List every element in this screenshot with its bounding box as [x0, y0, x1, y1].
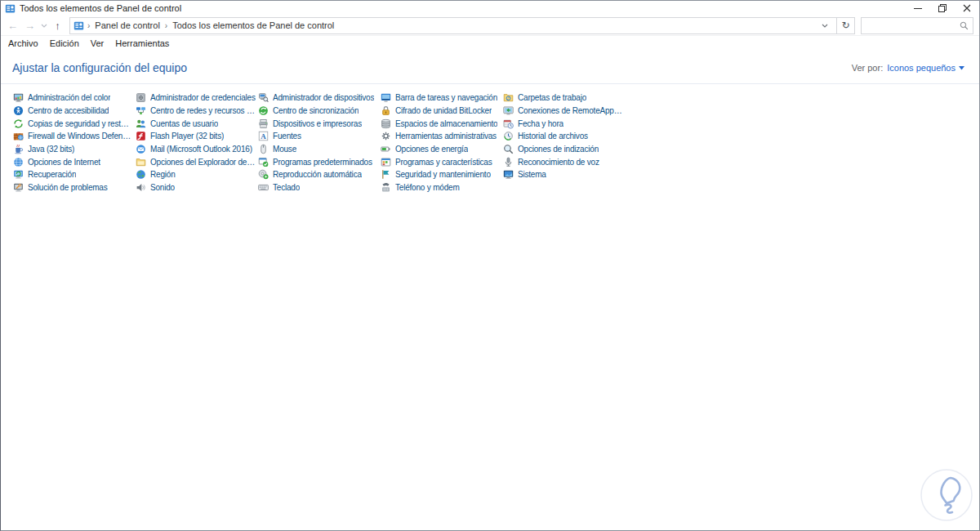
search-input[interactable]	[865, 20, 960, 30]
items-column: Administrador de dispositivosCentro de s…	[257, 91, 380, 194]
region-icon	[135, 169, 146, 181]
devices-printers-icon	[257, 118, 269, 129]
control-panel-item[interactable]: Administración del color	[12, 91, 135, 105]
file-history-icon	[502, 131, 514, 142]
item-label: Firewall de Windows Defender	[28, 132, 133, 141]
control-panel-item[interactable]: Opciones del Explorador de archivos	[135, 155, 257, 168]
fonts-icon: A	[257, 131, 269, 142]
bitlocker-icon	[380, 105, 391, 117]
breadcrumb-todos-los-elementos[interactable]: Todos los elementos de Panel de control	[171, 20, 336, 30]
view-by-control: Ver por: Iconos pequeños	[852, 63, 964, 73]
control-panel-item[interactable]: Cifrado de unidad BitLocker	[380, 105, 502, 118]
item-label: Opciones de energía	[395, 145, 468, 154]
control-panel-item[interactable]: Centro de redes y recursos comparti...	[135, 105, 257, 118]
control-panel-item[interactable]: Administrador de dispositivos	[257, 91, 380, 105]
item-label: Administrador de dispositivos	[273, 93, 374, 102]
control-panel-item[interactable]: Sonido	[135, 181, 257, 194]
item-label: Mail (Microsoft Outlook 2016)	[150, 145, 252, 154]
device-manager-icon	[257, 92, 269, 104]
forward-button[interactable]: →	[21, 17, 38, 34]
control-panel-item[interactable]: Teclado	[257, 181, 380, 194]
item-label: Barra de tareas y navegación	[395, 93, 497, 102]
item-label: Mouse	[273, 145, 296, 154]
breadcrumb-separator-icon: ›	[87, 21, 90, 30]
window-controls	[906, 1, 979, 16]
control-panel-item[interactable]: Flash Player (32 bits)	[135, 130, 257, 143]
control-panel-item[interactable]: Copias de seguridad y restauración (...	[12, 117, 135, 130]
control-panel-icon	[74, 20, 84, 31]
menu-edicion[interactable]: Edición	[44, 38, 85, 48]
control-panel-item[interactable]: Sistema	[502, 168, 625, 181]
item-label: Opciones de indización	[518, 145, 599, 154]
control-panel-item[interactable]: Herramientas administrativas	[380, 130, 502, 143]
item-label: Copias de seguridad y restauración (...	[28, 119, 133, 128]
control-panel-item[interactable]: Firewall de Windows Defender	[12, 130, 135, 143]
control-panel-item[interactable]: Carpetas de trabajo	[502, 91, 625, 105]
control-panel-item[interactable]: Centro de sincronización	[257, 105, 380, 118]
folder-options-icon	[135, 156, 146, 167]
caret-down-icon	[959, 66, 964, 70]
control-panel-item[interactable]: Seguridad y mantenimiento	[380, 168, 502, 181]
control-panel-item[interactable]: Opciones de Internet	[12, 155, 135, 168]
flash-player-icon	[135, 131, 146, 142]
item-label: Flash Player (32 bits)	[150, 132, 224, 141]
control-panel-item[interactable]: Opciones de energía	[380, 143, 502, 156]
control-panel-item[interactable]: Espacios de almacenamiento	[380, 117, 502, 130]
control-panel-item[interactable]: Mail (Microsoft Outlook 2016)	[135, 143, 257, 156]
menu-archivo[interactable]: Archivo	[2, 38, 44, 48]
menu-herramientas[interactable]: Herramientas	[109, 38, 175, 48]
color-management-icon	[12, 92, 24, 104]
minimize-button[interactable]	[906, 1, 930, 16]
breadcrumb-panel-de-control[interactable]: Panel de control	[93, 20, 162, 30]
control-panel-item[interactable]: Java (32 bits)	[12, 143, 135, 156]
control-panel-item[interactable]: Dispositivos e impresoras	[257, 117, 380, 130]
control-panel-item[interactable]: Programas predeterminados	[257, 155, 380, 168]
items-column: Barra de tareas y navegaciónCifrado de u…	[380, 91, 502, 194]
item-label: Cifrado de unidad BitLocker	[395, 106, 492, 115]
control-panel-item[interactable]: Administrador de credenciales	[135, 91, 257, 105]
maximize-button[interactable]	[930, 1, 955, 16]
item-label: Sistema	[518, 170, 546, 179]
item-label: Programas predeterminados	[273, 158, 372, 167]
control-panel-item[interactable]: AFuentes	[257, 130, 380, 143]
control-panel-item[interactable]: Conexiones de RemoteApp y Escrito...	[502, 105, 625, 118]
control-panel-item[interactable]: Barra de tareas y navegación	[380, 91, 502, 105]
refresh-button[interactable]: ↻	[837, 17, 855, 34]
control-panel-item[interactable]: Teléfono y módem	[380, 181, 502, 194]
up-arrow-icon: ↑	[55, 20, 60, 32]
control-panel-item[interactable]: Reproducción automática	[257, 168, 380, 181]
view-by-label: Ver por:	[852, 63, 884, 73]
date-time-icon	[502, 118, 514, 129]
menu-ver[interactable]: Ver	[85, 38, 110, 48]
control-panel-item[interactable]: Fecha y hora	[502, 117, 625, 130]
recent-pages-button[interactable]	[38, 17, 49, 34]
items-column: Administrador de credencialesCentro de r…	[135, 91, 257, 194]
item-label: Reconocimiento de voz	[518, 158, 599, 167]
control-panel-item[interactable]: Historial de archivos	[502, 130, 625, 143]
storage-spaces-icon	[380, 118, 391, 129]
back-button[interactable]: ←	[4, 17, 21, 34]
control-panel-item[interactable]: Centro de accesibilidad	[12, 105, 135, 118]
view-by-dropdown[interactable]: Iconos pequeños	[887, 63, 964, 73]
credential-manager-icon	[135, 92, 146, 104]
control-panel-item[interactable]: Recuperación	[12, 168, 135, 181]
chevron-down-icon	[822, 24, 828, 28]
control-panel-item[interactable]: Opciones de indización	[502, 143, 625, 156]
item-label: Centro de sincronización	[273, 106, 359, 115]
backup-restore-icon	[12, 118, 24, 129]
up-button[interactable]: ↑	[49, 17, 66, 34]
control-panel-item[interactable]: Reconocimiento de voz	[502, 155, 625, 168]
item-label: Solución de problemas	[28, 183, 108, 192]
programs-features-icon	[380, 156, 391, 167]
control-panel-item[interactable]: Cuentas de usuario	[135, 117, 257, 130]
mail-icon	[135, 144, 146, 155]
control-panel-item[interactable]: Programas y características	[380, 155, 502, 168]
item-label: Teléfono y módem	[395, 183, 460, 192]
close-button[interactable]	[955, 1, 979, 16]
control-panel-item[interactable]: Mouse	[257, 143, 380, 156]
user-accounts-icon	[135, 118, 146, 129]
control-panel-item[interactable]: Región	[135, 168, 257, 181]
address-dropdown-button[interactable]	[817, 24, 833, 28]
control-panel-item[interactable]: Solución de problemas	[12, 181, 135, 194]
address-bar[interactable]: › Panel de control › Todos los elementos…	[69, 17, 837, 34]
